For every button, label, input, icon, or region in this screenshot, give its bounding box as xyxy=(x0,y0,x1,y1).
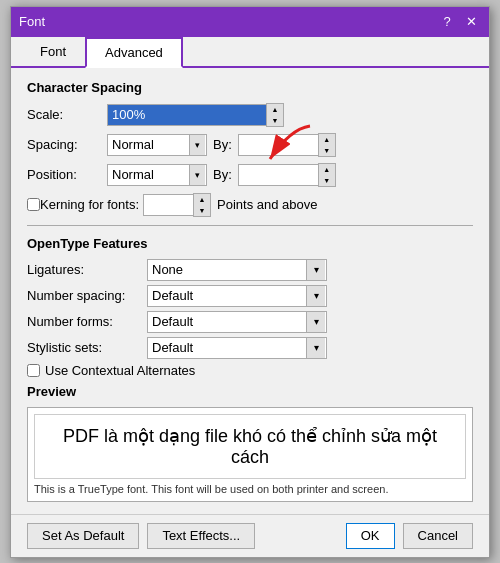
position-select-container: Normal Raised Lowered ▾ xyxy=(107,164,207,186)
position-select[interactable]: Normal Raised Lowered xyxy=(107,164,207,186)
footer-right: OK Cancel xyxy=(346,523,473,549)
contextual-label: Use Contextual Alternates xyxy=(45,363,195,378)
spacing-by-label: By: xyxy=(213,137,232,152)
number-spacing-select-wrapper: Default Proportional Tabular xyxy=(147,285,327,307)
stylistic-sets-row: Stylistic sets: Default xyxy=(27,337,473,359)
number-forms-label: Number forms: xyxy=(27,314,147,329)
spacing-by-down-btn[interactable]: ▼ xyxy=(319,145,335,156)
kerning-spinner: ▲ ▼ xyxy=(143,193,211,217)
number-forms-select-wrapper: Default Lining Old-style xyxy=(147,311,327,333)
stylistic-sets-select-wrapper: Default xyxy=(147,337,327,359)
position-by-up-btn[interactable]: ▲ xyxy=(319,164,335,175)
number-forms-select[interactable]: Default Lining Old-style xyxy=(147,311,327,333)
ok-button[interactable]: OK xyxy=(346,523,395,549)
character-spacing-title: Character Spacing xyxy=(27,80,473,95)
ligatures-select-wrapper: None Standard Only Standard and Contextu… xyxy=(147,259,327,281)
kerning-label: Kerning for fonts: xyxy=(40,197,139,212)
spacing-by-input[interactable] xyxy=(238,134,318,156)
scale-row: Scale: ▲ ▼ xyxy=(27,103,473,127)
spacing-label: Spacing: xyxy=(27,137,107,152)
ligatures-select[interactable]: None Standard Only Standard and Contextu… xyxy=(147,259,327,281)
divider-1 xyxy=(27,225,473,226)
stylistic-sets-select[interactable]: Default xyxy=(147,337,327,359)
position-row: Position: Normal Raised Lowered ▾ By: ▲ … xyxy=(27,163,473,187)
position-by-spinner: ▲ ▼ xyxy=(238,163,336,187)
ligatures-label: Ligatures: xyxy=(27,262,147,277)
close-button[interactable]: ✕ xyxy=(461,13,481,31)
cancel-button[interactable]: Cancel xyxy=(403,523,473,549)
dialog-content: Character Spacing Scale: ▲ ▼ Spacing: No… xyxy=(11,68,489,514)
preview-box-wrapper: PDF là một dạng file khó có thể chỉnh sử… xyxy=(27,407,473,502)
kerning-row: Kerning for fonts: ▲ ▼ Points and above xyxy=(27,193,473,217)
dialog-footer: Set As Default Text Effects... OK Cancel xyxy=(11,514,489,557)
dialog-title: Font xyxy=(19,14,45,29)
set-default-button[interactable]: Set As Default xyxy=(27,523,139,549)
kerning-up-btn[interactable]: ▲ xyxy=(194,194,210,205)
kerning-down-btn[interactable]: ▼ xyxy=(194,205,210,216)
number-spacing-row: Number spacing: Default Proportional Tab… xyxy=(27,285,473,307)
tab-font[interactable]: Font xyxy=(21,37,85,68)
position-label: Position: xyxy=(27,167,107,182)
position-by-label: By: xyxy=(213,167,232,182)
title-bar-buttons: ? ✕ xyxy=(437,13,481,31)
spacing-row: Spacing: Normal Expanded Condensed ▾ By:… xyxy=(27,133,473,157)
number-spacing-label: Number spacing: xyxy=(27,288,147,303)
font-dialog: Font ? ✕ Font Advanced Character Spacing… xyxy=(10,6,490,558)
preview-title: Preview xyxy=(27,384,473,399)
opentype-section: OpenType Features Ligatures: None Standa… xyxy=(27,236,473,378)
scale-up-btn[interactable]: ▲ xyxy=(267,104,283,115)
scale-down-btn[interactable]: ▼ xyxy=(267,115,283,126)
contextual-checkbox[interactable] xyxy=(27,364,40,377)
kerning-points-label: Points and above xyxy=(217,197,317,212)
position-by-down-btn[interactable]: ▼ xyxy=(319,175,335,186)
position-by-input[interactable] xyxy=(238,164,318,186)
scale-label: Scale: xyxy=(27,107,107,122)
ligatures-row: Ligatures: None Standard Only Standard a… xyxy=(27,259,473,281)
number-forms-row: Number forms: Default Lining Old-style xyxy=(27,311,473,333)
number-spacing-select[interactable]: Default Proportional Tabular xyxy=(147,285,327,307)
stylistic-sets-label: Stylistic sets: xyxy=(27,340,147,355)
tab-bar: Font Advanced xyxy=(11,37,489,68)
spacing-by-spinner: ▲ ▼ xyxy=(238,133,336,157)
opentype-title: OpenType Features xyxy=(27,236,473,251)
preview-section: Preview PDF là một dạng file khó có thể … xyxy=(27,384,473,502)
contextual-row: Use Contextual Alternates xyxy=(27,363,473,378)
tab-advanced[interactable]: Advanced xyxy=(85,37,183,68)
text-effects-button[interactable]: Text Effects... xyxy=(147,523,255,549)
scale-input[interactable] xyxy=(107,104,267,126)
kerning-input[interactable] xyxy=(143,194,193,216)
spacing-select-container: Normal Expanded Condensed ▾ xyxy=(107,134,207,156)
preview-text: PDF là một dạng file khó có thể chỉnh sử… xyxy=(34,414,466,479)
preview-description: This is a TrueType font. This font will … xyxy=(34,483,466,495)
help-button[interactable]: ? xyxy=(437,13,457,31)
footer-left: Set As Default Text Effects... xyxy=(27,523,255,549)
spacing-by-up-btn[interactable]: ▲ xyxy=(319,134,335,145)
spacing-select[interactable]: Normal Expanded Condensed xyxy=(107,134,207,156)
kerning-checkbox[interactable] xyxy=(27,198,40,211)
title-bar: Font ? ✕ xyxy=(11,7,489,37)
